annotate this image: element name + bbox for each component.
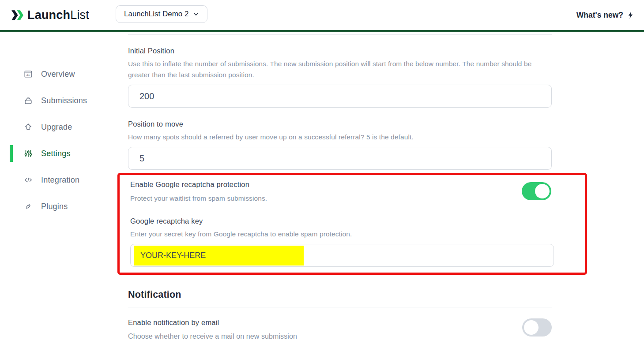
recaptcha-key-description: Enter your secret key from Google recapt…	[130, 228, 551, 239]
recaptcha-toggle-texts: Enable Google recaptcha protection Prote…	[130, 180, 267, 204]
integration-icon	[23, 175, 34, 185]
scrolled-field-edge	[128, 34, 552, 35]
overview-icon: 31	[23, 69, 34, 79]
email-notification-toggle-row: Enable notification by email Choose whet…	[128, 318, 552, 342]
position-to-move-input[interactable]: 5	[128, 147, 552, 170]
logo-chevrons-icon	[11, 9, 25, 21]
sidebar-item-label: Integration	[41, 176, 79, 185]
whats-new-link[interactable]: What's new?	[576, 0, 634, 30]
initial-position-value: 200	[139, 91, 154, 101]
sidebar-item-upgrade[interactable]: Upgrade	[0, 119, 128, 135]
email-notification-toggle-switch[interactable]	[522, 318, 552, 337]
recaptcha-toggle-label: Enable Google recaptcha protection	[130, 180, 267, 189]
project-selector-dropdown[interactable]: LaunchList Demo 2	[116, 5, 207, 23]
logo-text-bold: Launch	[27, 8, 70, 22]
plugins-icon	[23, 201, 34, 212]
submissions-icon	[23, 95, 34, 106]
sidebar-item-label: Plugins	[41, 202, 68, 211]
recaptcha-key-label: Google recaptcha key	[130, 217, 551, 225]
annotation-highlight-box: Enable Google recaptcha protection Prote…	[117, 173, 587, 275]
sidebar-item-integration[interactable]: Integration	[0, 172, 128, 188]
svg-text:31: 31	[26, 73, 30, 77]
sidebar-item-label: Upgrade	[41, 123, 72, 132]
initial-position-input[interactable]: 200	[128, 85, 552, 108]
upgrade-icon	[23, 122, 34, 132]
sidebar-item-label: Settings	[41, 149, 71, 158]
settings-panel: Initial Position Use this to inflate the…	[128, 32, 552, 342]
logo-text: LaunchList	[27, 8, 89, 22]
recaptcha-toggle-switch[interactable]	[522, 182, 551, 200]
email-notification-texts: Enable notification by email Choose whet…	[128, 318, 297, 342]
lightning-bolt-icon	[627, 10, 634, 20]
settings-icon	[23, 148, 34, 159]
logo-text-light: List	[70, 8, 89, 22]
initial-position-description: Use this to inflate the number of submis…	[128, 58, 552, 80]
sidebar-nav: 31 Overview Submissions Upgrade	[0, 32, 128, 344]
email-notification-description: Choose whether to receive a mail on new …	[128, 331, 297, 342]
position-to-move-label: Position to move	[128, 120, 552, 128]
email-notification-label: Enable notification by email	[128, 318, 297, 327]
recaptcha-key-value: YOUR-KEY-HERE	[140, 251, 206, 260]
recaptcha-toggle-description: Protect your waitlist from spam submissi…	[130, 193, 267, 204]
position-to-move-description: How many spots should a referred by user…	[128, 131, 552, 142]
recaptcha-toggle-row: Enable Google recaptcha protection Prote…	[130, 180, 551, 204]
yellow-highlight-mark: YOUR-KEY-HERE	[134, 246, 304, 265]
project-selector-label: LaunchList Demo 2	[124, 10, 188, 19]
toggle-knob	[535, 184, 550, 198]
active-indicator-bar	[10, 145, 13, 162]
sidebar-item-label: Submissions	[41, 96, 87, 105]
launchlist-logo[interactable]: LaunchList	[11, 8, 89, 22]
initial-position-label: Initial Position	[128, 47, 552, 55]
app-header: LaunchList LaunchList Demo 2 What's new?	[0, 0, 644, 32]
sidebar-item-overview[interactable]: 31 Overview	[0, 66, 128, 82]
whats-new-label: What's new?	[576, 11, 623, 20]
sidebar-item-plugins[interactable]: Plugins	[0, 198, 128, 215]
toggle-knob	[524, 320, 539, 335]
sidebar-item-settings[interactable]: Settings	[0, 145, 128, 162]
recaptcha-key-input[interactable]: YOUR-KEY-HERE	[130, 244, 554, 267]
section-divider	[128, 307, 552, 307]
sidebar-item-label: Overview	[41, 70, 75, 79]
position-to-move-value: 5	[139, 153, 144, 164]
notification-section-title: Notification	[128, 289, 552, 300]
chevron-down-icon	[193, 11, 199, 17]
sidebar-item-submissions[interactable]: Submissions	[0, 92, 128, 109]
